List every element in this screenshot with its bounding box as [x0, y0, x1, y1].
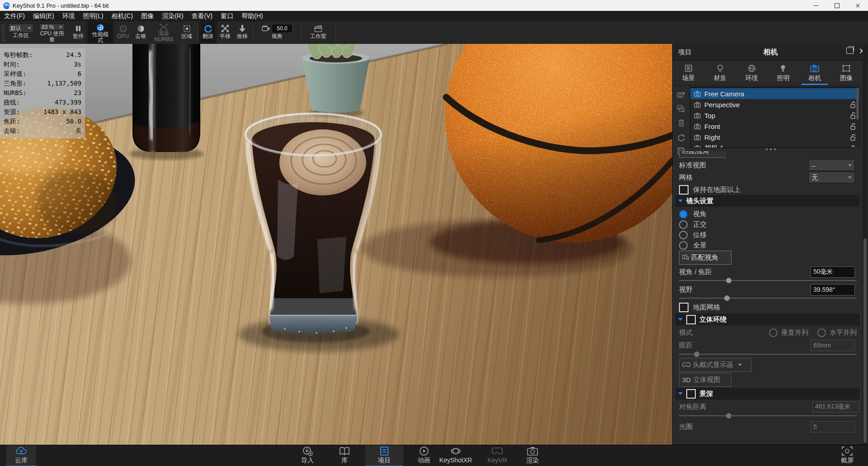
slider-thumb[interactable] — [726, 278, 731, 283]
grid-dropdown[interactable]: 无 — [808, 171, 855, 183]
duplicate-camera-icon[interactable] — [677, 104, 686, 113]
aperture-field[interactable]: 5 — [811, 421, 855, 433]
library-button[interactable]: 库 — [328, 445, 361, 466]
menu-image[interactable]: 图像 — [137, 11, 158, 21]
scrollbar-thumb[interactable] — [863, 238, 867, 443]
render-nurbs-button[interactable]: 渲染 NURBS — [149, 21, 178, 44]
reset-camera-icon[interactable] — [677, 133, 686, 142]
screenshot-button[interactable]: 截屏 — [831, 445, 863, 466]
slider-thumb[interactable] — [724, 295, 730, 301]
match-perspective-button[interactable]: 匹配视角 — [679, 251, 731, 265]
hmd-dropdown-button[interactable]: 头戴式显示器 — [679, 358, 751, 372]
camera-row-camera-1[interactable]: 相机 1 — [690, 143, 859, 148]
view-angle-field[interactable]: 50.0 — [272, 24, 292, 33]
lock-icon[interactable] — [850, 145, 856, 148]
perspective-radio[interactable] — [679, 210, 688, 219]
cloud-library-button[interactable]: 云库 — [6, 445, 36, 466]
stereo-view-button[interactable]: 3D 立体视图 — [679, 373, 731, 387]
camera-icon — [810, 64, 820, 73]
import-button[interactable]: 导入 — [291, 445, 324, 466]
dolly-button[interactable]: 推移 — [234, 21, 251, 44]
viewport-3d[interactable]: 每秒帧数:24.5 时间:3s 采样值:6 三角形:1,137,509 NURB… — [0, 44, 672, 445]
pause-button[interactable]: 暂停 — [70, 21, 87, 44]
menu-view[interactable]: 查看(V) — [188, 11, 217, 21]
menu-environment[interactable]: 环境 — [58, 11, 79, 21]
unlock-icon[interactable] — [850, 134, 856, 141]
eye-distance-slider[interactable] — [679, 352, 857, 357]
clipped-button[interactable]: 匹配视角 — [679, 151, 726, 158]
menu-edit[interactable]: 编辑(E) — [29, 11, 58, 21]
bottle[interactable] — [129, 44, 203, 160]
camera-row-front[interactable]: Front — [690, 121, 859, 132]
lens-settings-section[interactable]: 镜头设置 — [675, 195, 859, 207]
cpu-usage-selector[interactable]: 83 % CPU 使用量 — [34, 21, 70, 44]
toolbar-grip[interactable] — [1, 24, 6, 41]
tumble-button[interactable]: 翻滚 — [199, 21, 217, 44]
gpu-mode-button[interactable]: G GPU — [114, 21, 132, 44]
minimize-button[interactable] — [806, 0, 826, 11]
keep-above-ground-checkbox[interactable] — [679, 185, 689, 195]
delete-camera-icon[interactable] — [677, 119, 686, 128]
tab-environment[interactable]: 环境 — [736, 61, 768, 85]
slider-thumb[interactable] — [694, 352, 699, 357]
undock-panel-icon[interactable] — [846, 48, 854, 54]
camera-row-free-camera[interactable]: Free Camera — [690, 88, 859, 100]
eye-distance-field[interactable]: 65mm — [811, 340, 855, 351]
menu-file[interactable]: 文件(F) — [0, 11, 29, 21]
view-angle-control[interactable]: 50.0 视角 — [255, 21, 299, 44]
slider-thumb[interactable] — [726, 413, 731, 418]
basketball[interactable] — [362, 44, 672, 277]
focal-length-slider[interactable] — [679, 278, 857, 283]
panoramic-radio[interactable] — [679, 241, 688, 250]
tab-camera[interactable]: 相机 — [799, 61, 830, 85]
horizontal-side-by-side-radio[interactable] — [817, 328, 826, 337]
vertical-side-by-side-radio[interactable] — [769, 328, 778, 337]
focal-length-field[interactable]: 50毫米 — [811, 266, 855, 278]
unlock-icon[interactable] — [850, 101, 856, 108]
menu-help[interactable]: 帮助(H) — [237, 11, 267, 21]
camera-row-right[interactable]: Right — [690, 132, 859, 143]
panel-header: 项目 相机 — [673, 44, 868, 61]
panel-scrollbar[interactable] — [863, 44, 868, 445]
studio-button[interactable]: 工作室 — [303, 21, 333, 44]
stereo-section[interactable]: 立体环绕 — [675, 314, 859, 325]
menu-window[interactable]: 窗口 — [217, 11, 237, 21]
ground-grid-checkbox[interactable] — [679, 303, 689, 312]
menu-render[interactable]: 渲染(R) — [158, 11, 187, 21]
unlock-icon[interactable] — [850, 123, 856, 130]
unlock-icon[interactable] — [850, 112, 856, 119]
orthographic-radio[interactable] — [679, 220, 688, 229]
field-of-view-field[interactable]: 39.598° — [811, 284, 855, 295]
focus-distance-field[interactable]: 461.613毫米 — [812, 401, 859, 413]
menu-lighting[interactable]: 照明(L) — [79, 11, 108, 21]
maximize-button[interactable] — [826, 0, 847, 11]
add-camera-icon[interactable] — [677, 90, 686, 100]
performance-mode-button[interactable]: 性能模式 — [87, 21, 114, 44]
plant-pot[interactable] — [302, 44, 370, 117]
camera-row-perspective[interactable]: Perspective — [690, 99, 859, 110]
region-button[interactable]: 区域 — [178, 21, 195, 44]
cola-glass[interactable] — [238, 114, 399, 352]
shift-radio[interactable] — [679, 231, 688, 239]
tab-material[interactable]: 材质 — [704, 61, 736, 85]
camera-row-top[interactable]: Top — [690, 110, 859, 121]
keyshotxr-button[interactable]: KeyShotXR — [433, 445, 478, 466]
pan-button[interactable]: 平移 — [217, 21, 234, 44]
focus-distance-slider[interactable] — [679, 413, 857, 418]
list-scrollbar[interactable] — [856, 88, 859, 119]
field-of-view-slider[interactable] — [679, 295, 857, 301]
denoise-button[interactable]: 去噪 — [132, 21, 149, 44]
standard-view-dropdown[interactable]: – — [808, 159, 855, 171]
dof-checkbox[interactable] — [686, 389, 696, 399]
menu-camera[interactable]: 相机(C) — [108, 11, 137, 21]
close-button[interactable] — [847, 0, 868, 11]
tab-image[interactable]: 图像 — [830, 61, 862, 85]
render-button[interactable]: 渲染 — [516, 445, 549, 466]
workspace-selector[interactable]: 默认 工作区 — [7, 21, 34, 44]
depth-of-field-section[interactable]: 景深 — [675, 388, 859, 399]
keyvr-button[interactable]: KeyVR — [481, 445, 514, 466]
project-button[interactable]: 项目 — [365, 445, 403, 466]
tab-scene[interactable]: 场景 — [673, 61, 704, 85]
stereo-checkbox[interactable] — [686, 315, 696, 324]
tab-lighting[interactable]: 照明 — [767, 61, 799, 85]
